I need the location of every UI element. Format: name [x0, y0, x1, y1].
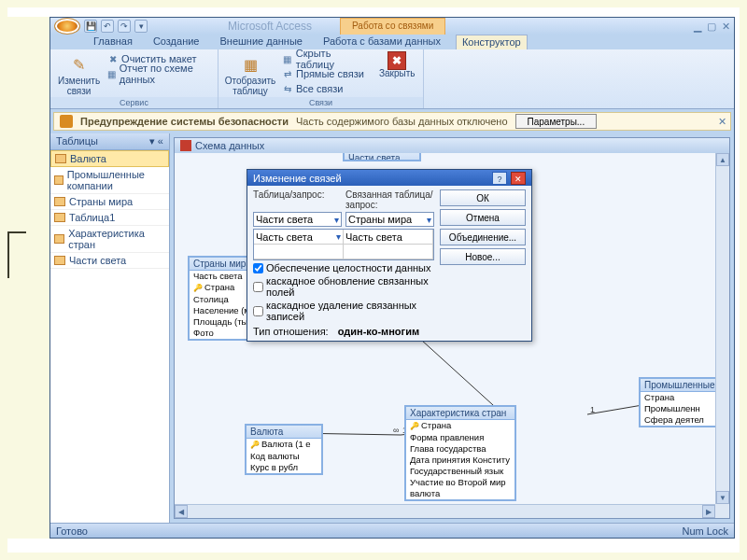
security-options-button[interactable]: Параметры...: [515, 114, 598, 129]
table-icon: [54, 256, 65, 265]
canvas[interactable]: 1∞ 1∞ 1∞ Части света: [175, 153, 715, 504]
all-icon: ⇆: [282, 83, 293, 94]
svg-text:∞: ∞: [393, 426, 399, 435]
scroll-left-icon[interactable]: ◀: [175, 505, 188, 518]
diagram-area: Схема данных 1∞ 1∞ 1∞: [170, 133, 734, 523]
table-icon: [54, 175, 63, 185]
access-window: 💾 ↶ ↷ ▾ Microsoft Access Работа со связя…: [49, 17, 735, 539]
checkbox-cascade-update[interactable]: каскадное обновление связанных полей: [253, 275, 434, 298]
direct-icon: ⇄: [282, 68, 293, 79]
relationship-report-button[interactable]: ▦Отчет по схеме данных: [106, 66, 212, 81]
nav-item-tab1[interactable]: Таблица1: [50, 210, 169, 226]
table-icon: [54, 197, 65, 206]
maximize-icon[interactable]: ▢: [707, 21, 716, 33]
nav-item-chasti[interactable]: Части света: [50, 253, 169, 269]
join-type-button[interactable]: Объединение...: [440, 229, 526, 245]
scroll-right-icon[interactable]: ▶: [702, 505, 715, 518]
contextual-tab-label: Работа со связями: [340, 18, 445, 35]
office-button[interactable]: [54, 18, 80, 35]
dialog-close-icon[interactable]: ✕: [511, 172, 526, 185]
edit-relationships-icon: ✎: [66, 53, 92, 76]
redo-icon[interactable]: ↷: [118, 20, 131, 33]
label-table-query: Таблица/запрос:: [253, 189, 342, 210]
qat-more-icon[interactable]: ▾: [134, 20, 148, 33]
empty-cell[interactable]: [254, 245, 343, 259]
title-bar: 💾 ↶ ↷ ▾ Microsoft Access Работа со связя…: [50, 18, 734, 35]
direct-relations-button[interactable]: ⇄Прямые связи: [280, 66, 374, 81]
group-label-service: Сервис: [50, 97, 218, 108]
all-relations-button[interactable]: ⇆Все связи: [280, 81, 374, 96]
left-field-cell[interactable]: Часть света: [254, 230, 343, 245]
close-button[interactable]: ✖ Закрыть: [377, 51, 417, 80]
hide-icon: ▦: [282, 53, 293, 64]
nav-collapse-icon[interactable]: ▾ «: [149, 135, 163, 147]
nav-header[interactable]: Таблицы ▾ «: [50, 133, 169, 150]
reltype-label: Тип отношения:: [253, 326, 329, 337]
table-harakteristika[interactable]: Характеристика стран Страна Форма правле…: [404, 405, 516, 501]
tab-external[interactable]: Внешние данные: [215, 35, 308, 49]
nav-item-prom[interactable]: Промышленные компании: [50, 167, 169, 194]
tab-home[interactable]: Главная: [88, 35, 138, 49]
security-warning-bar: Предупреждение системы безопасности Част…: [53, 112, 731, 131]
table-valuta[interactable]: Валюта Валюта (1 е Код валюты Курс в руб…: [245, 424, 323, 475]
ribbon: ✎ Изменить связи ✖Очистить макет ▦Отчет …: [50, 49, 734, 109]
combo-right-table[interactable]: Страны мира: [345, 212, 434, 227]
show-table-icon: ▦: [237, 53, 263, 76]
scroll-corner: [715, 504, 729, 518]
ribbon-tabs: Главная Создание Внешние данные Работа с…: [50, 35, 734, 49]
edit-relationships-button[interactable]: ✎ Изменить связи: [56, 51, 102, 98]
undo-icon[interactable]: ↶: [101, 20, 114, 33]
combo-left-table[interactable]: Части света: [253, 212, 342, 227]
relationships-window: Схема данных 1∞ 1∞ 1∞: [174, 137, 730, 519]
shield-icon: [60, 115, 73, 128]
app-title: Microsoft Access: [228, 20, 312, 33]
security-close-icon[interactable]: ✕: [718, 116, 726, 128]
page-margin: [7, 17, 49, 539]
table-icon: [54, 213, 65, 222]
quick-access-toolbar: 💾 ↶ ↷ ▾: [50, 18, 148, 35]
group-label-relations: Связи: [218, 97, 423, 108]
dialog-help-icon[interactable]: ?: [492, 172, 507, 185]
decoration: [7, 231, 26, 278]
workspace: Таблицы ▾ « Валюта Промышленные компании…: [50, 133, 734, 523]
horizontal-scrollbar[interactable]: ◀ ▶: [175, 504, 715, 518]
checkbox-integrity[interactable]: Обеспечение целостности данных: [253, 262, 434, 273]
navigation-pane: Таблицы ▾ « Валюта Промышленные компании…: [50, 133, 170, 523]
table-prom[interactable]: Промышленные Страна Промышленн Сфера дея…: [639, 377, 715, 427]
security-bold: Предупреждение системы безопасности: [80, 116, 289, 127]
close-x-icon: ✖: [388, 51, 406, 70]
ok-button[interactable]: ОК: [440, 189, 526, 206]
dialog-title-bar[interactable]: Изменение связей ? ✕: [247, 170, 531, 186]
scroll-up-icon[interactable]: ▲: [716, 153, 729, 166]
reltype-value: один-ко-многим: [338, 326, 419, 337]
nav-item-valuta[interactable]: Валюта: [50, 150, 169, 167]
new-button[interactable]: Новое...: [440, 248, 526, 265]
nav-item-strany[interactable]: Страны мира: [50, 194, 169, 210]
save-icon[interactable]: 💾: [84, 20, 97, 33]
tab-design[interactable]: Конструктор: [456, 35, 528, 49]
vertical-scrollbar[interactable]: ▲ ▼: [715, 153, 729, 504]
table-icon: [55, 154, 66, 163]
nav-item-har[interactable]: Характеристика стран: [50, 226, 169, 253]
edit-relationships-dialog: Изменение связей ? ✕ Таблица/запрос:: [247, 169, 532, 342]
tab-create[interactable]: Создание: [148, 35, 205, 49]
doc-header[interactable]: Схема данных: [175, 138, 729, 153]
nav-list: Валюта Промышленные компании Страны мира…: [50, 150, 169, 523]
checkbox-cascade-delete[interactable]: каскадное удаление связанных записей: [253, 300, 434, 322]
close-icon[interactable]: ✕: [722, 21, 730, 33]
clear-icon: ✖: [107, 53, 119, 64]
right-field-cell[interactable]: Часть света: [344, 230, 432, 245]
empty-cell[interactable]: [344, 245, 432, 259]
show-table-button[interactable]: ▦ Отобразить таблицу: [224, 51, 276, 98]
minimize-icon[interactable]: ▁: [694, 21, 701, 33]
svg-text:1: 1: [590, 405, 595, 414]
table-icon: [54, 234, 64, 244]
scroll-down-icon[interactable]: ▼: [716, 491, 729, 504]
table-chasti-partial[interactable]: Части света: [343, 153, 421, 161]
field-grid[interactable]: Часть света Часть света: [253, 229, 434, 260]
security-msg: Часть содержимого базы данных отключено: [296, 116, 508, 127]
label-related-table: Связанная таблица/запрос:: [345, 189, 434, 210]
status-bar: Готово Num Lock: [50, 523, 734, 538]
cancel-button[interactable]: Отмена: [440, 209, 526, 226]
hide-table-button[interactable]: ▦Скрыть таблицу: [280, 51, 374, 66]
